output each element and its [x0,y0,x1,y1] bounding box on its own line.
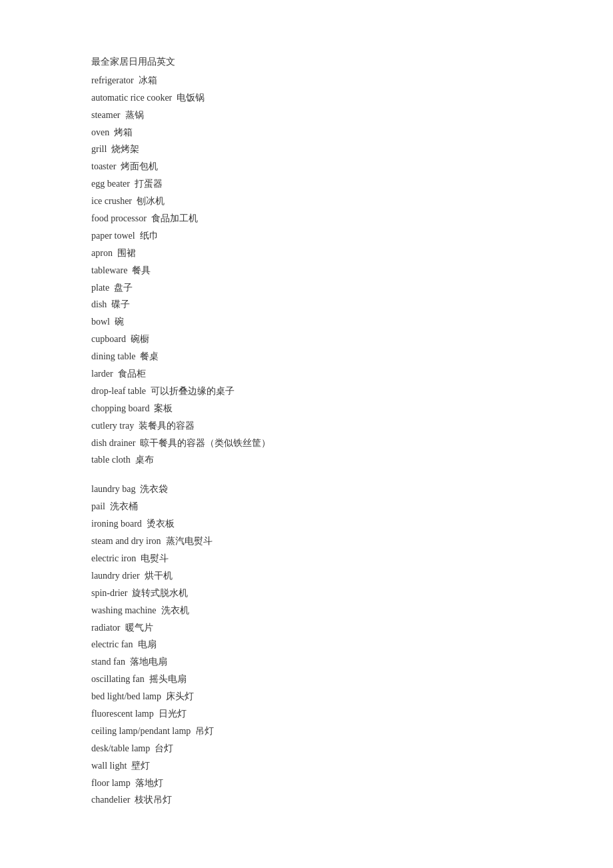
list-item: dining table 餐桌 [91,348,573,365]
page-title: 最全家居日用品英文 [91,53,573,71]
list-item: ironing board 烫衣板 [91,515,573,533]
list-item: bed light/bed lamp 床头灯 [91,688,573,705]
list-item: desk/table lamp 台灯 [91,740,573,757]
list-item: cutlery tray 装餐具的容器 [91,417,573,435]
list-item: apron 围裙 [91,245,573,262]
list-item: radiator 暖气片 [91,619,573,637]
list-item: grill 烧烤架 [91,141,573,158]
list-item: electric iron 电熨斗 [91,550,573,567]
list-item: food processor 食品加工机 [91,210,573,227]
list-item: steam and dry iron 蒸汽电熨斗 [91,533,573,550]
list-item: paper towel 纸巾 [91,227,573,245]
list-item: ceiling lamp/pendant lamp 吊灯 [91,723,573,740]
list-item: bowl 碗 [91,313,573,331]
list-item: fluorescent lamp 日光灯 [91,705,573,723]
list-item: refrigerator 冰箱 [91,72,573,89]
main-content: 最全家居日用品英文 refrigerator 冰箱automatic rice … [0,0,613,862]
list-item: ice crusher 刨冰机 [91,193,573,210]
section1: refrigerator 冰箱automatic rice cooker 电饭锅… [91,72,573,469]
spacer [91,469,573,481]
list-item: drop-leaf table 可以折叠边缘的桌子 [91,383,573,400]
list-item: washing machine 洗衣机 [91,602,573,619]
list-item: wall light 壁灯 [91,757,573,775]
list-item: spin-drier 旋转式脱水机 [91,585,573,602]
list-item: table cloth 桌布 [91,451,573,469]
list-item: oscillating fan 摇头电扇 [91,671,573,688]
list-item: larder 食品柜 [91,365,573,383]
list-item: tableware 餐具 [91,262,573,279]
list-item: chopping board 案板 [91,400,573,417]
list-item: steamer 蒸锅 [91,107,573,124]
list-item: oven 烤箱 [91,124,573,141]
list-item: pail 洗衣桶 [91,498,573,515]
list-item: egg beater 打蛋器 [91,175,573,193]
list-item: cupboard 碗橱 [91,331,573,348]
list-item: chandelier 枝状吊灯 [91,791,573,809]
list-item: laundry drier 烘干机 [91,567,573,585]
list-item: automatic rice cooker 电饭锅 [91,89,573,107]
list-item: floor lamp 落地灯 [91,775,573,792]
list-item: dish 碟子 [91,296,573,313]
list-item: toaster 烤面包机 [91,158,573,175]
list-item: dish drainer 晾干餐具的容器（类似铁丝筐） [91,435,573,452]
section2: laundry bag 洗衣袋pail 洗衣桶ironing board 烫衣板… [91,481,573,809]
list-item: electric fan 电扇 [91,636,573,653]
list-item: laundry bag 洗衣袋 [91,481,573,498]
list-item: stand fan 落地电扇 [91,653,573,671]
list-item: plate 盘子 [91,279,573,297]
